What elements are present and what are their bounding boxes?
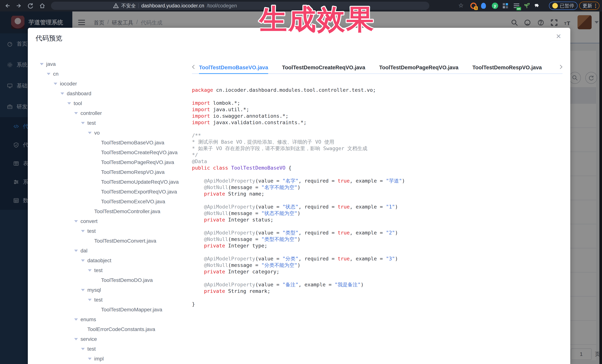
- tree-folder-node[interactable]: enums: [28, 314, 189, 324]
- code-line: }: [192, 301, 563, 307]
- tree-file-node[interactable]: ToolTestDemoUpdateReqVO.java: [28, 177, 189, 187]
- extension-vue-devtools-icon[interactable]: y: [492, 3, 498, 9]
- tree-file-node[interactable]: ToolTestDemoDO.java: [28, 275, 189, 285]
- caret-down-icon[interactable]: [40, 63, 43, 65]
- browser-menu-icon: [595, 4, 596, 8]
- code-file-tab[interactable]: ToolTestDemoPageReqVO.java: [379, 62, 458, 74]
- file-tabs-bar: ToolTestDemoBaseVO.javaToolTestDemoCreat…: [192, 62, 562, 74]
- code-line: private Integer type;: [192, 242, 563, 249]
- tree-file-node[interactable]: ToolTestDemoPageReqVO.java: [28, 157, 189, 167]
- code-line: * 如果子 VO 存在差异的字段，请不要添加到这里，影响 Swagger 文档生…: [192, 145, 563, 152]
- caret-down-icon[interactable]: [74, 338, 78, 340]
- profile-paused-badge[interactable]: 已暂停: [549, 2, 578, 10]
- tree-folder-node[interactable]: test: [28, 344, 189, 354]
- tree-file-node[interactable]: ToolTestDemoExportReqVO.java: [28, 187, 189, 197]
- extensions-puzzle-icon[interactable]: [534, 3, 540, 9]
- code-file-tab[interactable]: ToolTestDemoRespVO.java: [472, 62, 542, 74]
- extension-sprout-icon[interactable]: [524, 3, 530, 9]
- code-line: /**: [192, 132, 563, 139]
- code-line: import java.util.*;: [192, 106, 563, 113]
- extension-lighthouse-icon[interactable]: [480, 3, 487, 9]
- tree-folder-node[interactable]: impl: [28, 354, 189, 364]
- tree-file-node[interactable]: ToolTestDemoMapper.java: [28, 305, 189, 314]
- caret-down-icon[interactable]: [47, 73, 50, 75]
- tree-folder-node[interactable]: vo: [28, 128, 189, 138]
- browser-update-button[interactable]: 更新: [579, 2, 599, 10]
- tabs-next-icon[interactable]: [559, 65, 562, 70]
- extension-tampermonkey-icon[interactable]: on: [513, 3, 520, 9]
- caret-down-icon[interactable]: [88, 132, 92, 134]
- close-icon[interactable]: ×: [556, 32, 561, 40]
- dialog-title: 代码预览: [36, 34, 62, 43]
- screen: 芋道管理系统 首页 / 研发工具 / 代码生成 T T: [0, 0, 602, 364]
- caret-down-icon[interactable]: [88, 269, 92, 271]
- code-line: @NotNull(message = "名字不能为空"): [192, 184, 563, 190]
- code-line: @NotNull(message = "分类不能为空"): [192, 262, 563, 268]
- tree-file-node[interactable]: ToolTestDemoRespVO.java: [28, 167, 189, 177]
- code-line: [192, 249, 563, 255]
- caret-down-icon[interactable]: [74, 318, 78, 321]
- code-line: package cn.iocoder.dashboard.modules.too…: [192, 87, 563, 93]
- extension-oneclick-icon[interactable]: 1: [470, 3, 477, 9]
- caret-down-icon[interactable]: [81, 230, 85, 232]
- tabs-prev-icon[interactable]: [192, 65, 196, 70]
- code-line: [192, 294, 563, 301]
- caret-down-icon[interactable]: [81, 260, 85, 262]
- code-line: [192, 197, 563, 204]
- tree-file-node[interactable]: ToolTestDemoExcelVO.java: [28, 197, 189, 207]
- code-line: @Data: [192, 158, 563, 165]
- caret-down-icon[interactable]: [60, 93, 64, 95]
- forward-icon[interactable]: [16, 2, 22, 9]
- tree-folder-node[interactable]: tool: [28, 98, 189, 108]
- caret-down-icon[interactable]: [54, 83, 57, 85]
- tree-file-node[interactable]: ToolTestDemoCreateReqVO.java: [28, 147, 189, 157]
- extension-grid-icon[interactable]: [502, 3, 508, 9]
- security-label: 不安全: [121, 3, 136, 9]
- tree-folder-node[interactable]: dataobject: [28, 256, 189, 265]
- code-line: private Integer category;: [192, 268, 563, 275]
- caret-down-icon[interactable]: [81, 348, 85, 350]
- tree-file-node[interactable]: ToolErrorCodeConstants.java: [28, 324, 189, 334]
- code-line: public class ToolTestDemoBaseVO {: [192, 165, 563, 171]
- tree-folder-node[interactable]: test: [28, 295, 189, 305]
- tree-folder-node[interactable]: dashboard: [28, 89, 189, 98]
- tree-file-node[interactable]: ToolTestDemoController.java: [28, 207, 189, 216]
- code-line: @ApiModelProperty(value = "备注", example …: [192, 281, 563, 288]
- window-scrollbar[interactable]: [599, 11, 602, 364]
- tree-file-node[interactable]: ToolTestDemoBaseVO.java: [28, 138, 189, 147]
- tree-folder-node[interactable]: java: [28, 59, 189, 69]
- back-icon[interactable]: [4, 2, 11, 9]
- tree-folder-node[interactable]: test: [28, 265, 189, 275]
- caret-down-icon[interactable]: [88, 299, 92, 301]
- reload-icon[interactable]: [27, 2, 34, 9]
- code-line: @ApiModelProperty(value = "分类", required…: [192, 255, 563, 262]
- code-line: @NotNull(message = "状态不能为空"): [192, 210, 563, 217]
- tree-folder-node[interactable]: iocoder: [28, 79, 189, 89]
- tree-file-node[interactable]: ToolTestDemoConvert.java: [28, 236, 189, 246]
- tree-folder-node[interactable]: cn: [28, 69, 189, 79]
- caret-down-icon[interactable]: [74, 250, 78, 252]
- code-preview-dialog: 代码预览 × javacniocoderdashboardtoolcontrol…: [28, 28, 570, 364]
- tree-folder-node[interactable]: test: [28, 226, 189, 236]
- code-line: [192, 126, 563, 132]
- caret-down-icon[interactable]: [81, 122, 85, 124]
- tree-folder-node[interactable]: service: [28, 334, 189, 344]
- code-line: import io.swagger.annotations.*;: [192, 113, 563, 119]
- code-file-tab[interactable]: ToolTestDemoBaseVO.java: [199, 62, 268, 74]
- caret-down-icon[interactable]: [74, 220, 78, 222]
- tree-folder-node[interactable]: test: [28, 118, 189, 128]
- caret-down-icon[interactable]: [88, 358, 92, 360]
- home-icon[interactable]: [39, 2, 46, 9]
- tree-folder-node[interactable]: convert: [28, 216, 189, 226]
- caret-down-icon[interactable]: [67, 102, 71, 104]
- tree-folder-node[interactable]: dal: [28, 246, 189, 256]
- caret-down-icon[interactable]: [81, 289, 85, 291]
- url-domain: dashboard.yudao.iocoder.cn: [141, 3, 204, 9]
- tree-folder-node[interactable]: controller: [28, 108, 189, 118]
- caret-down-icon[interactable]: [74, 112, 78, 114]
- tree-folder-node[interactable]: mysql: [28, 285, 189, 295]
- bookmark-star-icon[interactable]: ☆: [458, 2, 464, 9]
- code-viewer: package cn.iocoder.dashboard.modules.too…: [192, 87, 563, 364]
- code-file-tab[interactable]: ToolTestDemoCreateReqVO.java: [282, 62, 365, 74]
- code-line: @ApiModelProperty(value = "名字", required…: [192, 177, 563, 184]
